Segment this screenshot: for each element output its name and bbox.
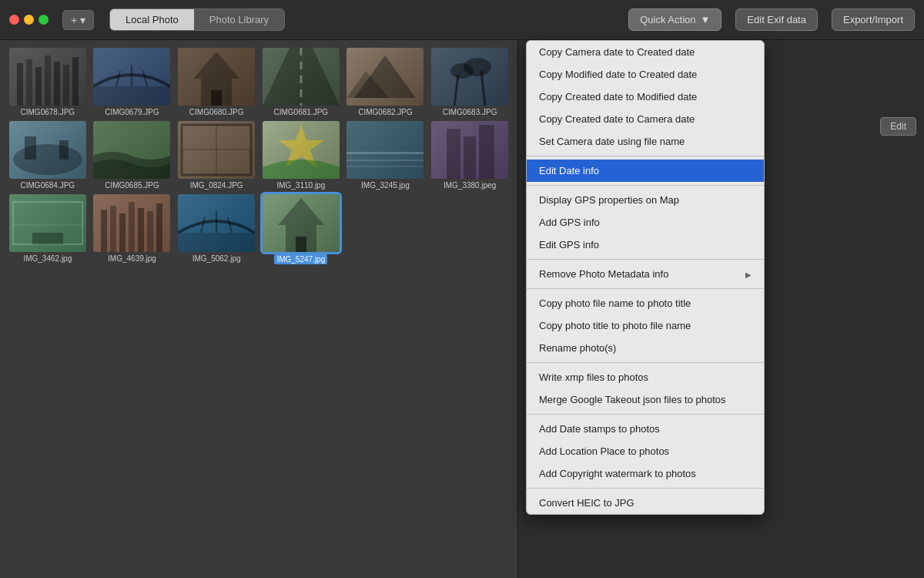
menu-item-set-camera-date[interactable]: Set Camera date using file name — [527, 130, 764, 153]
menu-item-copy-modified-date[interactable]: Copy Modified date to Created date — [527, 63, 764, 86]
menu-item-label-merge-google: Merge Google Takeout json files to photo… — [539, 394, 726, 405]
tab-local-photo[interactable]: Local Photo — [110, 9, 194, 30]
photo-item-1[interactable]: CIMG0678.JPG — [8, 48, 88, 116]
menu-item-edit-date-info[interactable]: Edit Date info — [527, 160, 764, 182]
menu-item-label-copy-filename-to-title: Copy photo file name to photo title — [539, 297, 691, 309]
photo-item-5[interactable]: CIMG0682.JPG — [346, 48, 426, 116]
photo-item-8[interactable]: CIMG0685.JPG — [92, 121, 172, 190]
photo-thumb-10 — [263, 121, 340, 179]
menu-item-copy-filename-to-title[interactable]: Copy photo file name to photo title — [527, 292, 764, 314]
menu-item-copy-created-to-modified[interactable]: Copy Created date to Modified date — [527, 86, 764, 108]
photo-thumb-1 — [9, 48, 86, 106]
svg-rect-24 — [59, 140, 69, 160]
svg-rect-2 — [35, 67, 42, 106]
photo-thumb-4 — [263, 48, 340, 106]
photo-label-10: IMG_3110.jpg — [276, 181, 325, 190]
menu-item-merge-google[interactable]: Merge Google Takeout json files to photo… — [527, 388, 764, 411]
svg-rect-42 — [138, 208, 144, 252]
photo-item-12[interactable]: IMG_3380.jpeg — [430, 121, 510, 190]
menu-item-display-gps[interactable]: Display GPS properties on Map — [527, 189, 764, 211]
edit-button[interactable]: Edit — [880, 117, 916, 136]
photo-grid: CIMG0678.JPGCIMG0679.JPGCIMG0680.JPGCIMG… — [8, 48, 510, 264]
menu-item-label-copy-created-to-camera: Copy Created date to Camera date — [539, 113, 695, 125]
svg-marker-11 — [193, 52, 239, 79]
dropdown-arrow-icon: ▼ — [700, 14, 710, 25]
menu-divider — [527, 288, 764, 289]
photo-thumb-13 — [9, 194, 86, 252]
submenu-arrow-icon — [745, 268, 752, 280]
photo-item-9[interactable]: IMG_0824.JPG — [176, 121, 256, 190]
photo-item-10[interactable]: IMG_3110.jpg — [261, 121, 341, 190]
photo-thumb-7 — [9, 121, 86, 179]
menu-item-label-remove-metadata: Remove Photo Metadata info — [539, 268, 668, 280]
export-import-button[interactable]: Export/Import — [832, 8, 915, 31]
menu-item-label-rename-photos: Rename photo(s) — [539, 342, 616, 354]
svg-line-8 — [116, 71, 120, 86]
menu-item-add-location[interactable]: Add Location Place to photos — [527, 440, 764, 462]
menu-item-label-set-camera-date: Set Camera date using file name — [539, 136, 685, 147]
tab-photo-library[interactable]: Photo Library — [194, 9, 284, 30]
menu-item-copy-title-to-filename[interactable]: Copy photo title to photo file name — [527, 314, 764, 337]
svg-point-21 — [450, 63, 474, 79]
svg-rect-6 — [72, 57, 79, 106]
photo-label-8: CIMG0685.JPG — [105, 181, 159, 190]
menu-item-rename-photos[interactable]: Rename photo(s) — [527, 337, 764, 359]
titlebar: + ▾ Local Photo Photo Library Quick Acti… — [0, 0, 924, 40]
traffic-lights — [9, 15, 49, 25]
photo-item-11[interactable]: IMG_3245.jpg — [346, 121, 426, 190]
svg-rect-40 — [119, 213, 126, 252]
svg-rect-45 — [178, 233, 255, 252]
quick-action-button[interactable]: Quick Action ▼ — [628, 8, 721, 31]
maximize-button[interactable] — [38, 15, 49, 25]
photo-item-6[interactable]: CIMG0683.JPG — [430, 48, 510, 116]
menu-item-add-gps-info[interactable]: Add GPS info — [527, 211, 764, 234]
photo-item-13[interactable]: IMG_3462.jpg — [8, 194, 88, 264]
photo-label-6: CIMG0683.JPG — [443, 108, 497, 116]
photo-item-14[interactable]: IMG_4639.jpg — [92, 194, 172, 264]
photo-thumb-14 — [93, 194, 170, 252]
photo-thumb-6 — [431, 48, 508, 106]
close-button[interactable] — [9, 15, 19, 25]
svg-rect-7 — [93, 86, 170, 106]
svg-rect-4 — [54, 62, 60, 106]
menu-item-edit-gps-info[interactable]: Edit GPS info — [527, 234, 764, 256]
menu-item-add-copyright[interactable]: Add Copyright watermark to photos — [527, 462, 764, 485]
svg-rect-34 — [479, 125, 494, 179]
svg-point-22 — [13, 144, 82, 175]
menu-item-label-add-location: Add Location Place to photos — [539, 445, 669, 457]
photo-item-4[interactable]: CIMG0681.JPG — [261, 48, 341, 116]
menu-item-add-date-stamps[interactable]: Add Date stamps to photos — [527, 418, 764, 440]
photo-item-7[interactable]: CIMG0684.JPG — [8, 121, 88, 190]
photo-label-9: IMG_0824.JPG — [190, 181, 243, 190]
menu-item-copy-created-to-camera[interactable]: Copy Created date to Camera date — [527, 108, 764, 130]
menu-divider — [527, 362, 764, 363]
menu-item-label-copy-camera-date: Copy Camera date to Created date — [539, 46, 695, 58]
svg-rect-33 — [464, 136, 476, 179]
photo-label-5: CIMG0682.JPG — [358, 108, 413, 116]
svg-line-46 — [201, 217, 205, 233]
main-content: CIMG0678.JPGCIMG0679.JPGCIMG0680.JPGCIMG… — [0, 40, 924, 578]
menu-divider — [527, 185, 764, 186]
menu-divider — [527, 488, 764, 489]
menu-item-label-add-copyright: Add Copyright watermark to photos — [539, 468, 696, 479]
svg-rect-30 — [346, 160, 424, 161]
menu-item-convert-heic[interactable]: Convert HEIC to JPG — [527, 492, 764, 514]
menu-item-copy-camera-date[interactable]: Copy Camera date to Created date — [527, 41, 764, 63]
menu-item-write-xmp[interactable]: Write xmp files to photos — [527, 366, 764, 388]
svg-rect-44 — [156, 203, 162, 252]
svg-rect-5 — [63, 65, 69, 106]
photo-item-3[interactable]: CIMG0680.JPG — [176, 48, 256, 116]
photo-item-15[interactable]: IMG_5062.jpg — [176, 194, 256, 264]
tab-group: Local Photo Photo Library — [109, 8, 285, 31]
minimize-button[interactable] — [24, 15, 34, 25]
menu-item-label-copy-created-to-modified: Copy Created date to Modified date — [539, 91, 697, 102]
quick-action-dropdown: Copy Camera date to Created dateCopy Mod… — [526, 40, 765, 515]
photo-item-2[interactable]: CIMG0679.JPG — [92, 48, 172, 116]
menu-item-remove-metadata[interactable]: Remove Photo Metadata info — [527, 263, 764, 285]
add-button[interactable]: + ▾ — [62, 10, 94, 30]
edit-exif-button[interactable]: Edit Exif data — [735, 8, 818, 31]
photo-item-16[interactable]: IMG_5247.jpg — [261, 194, 341, 264]
photo-label-3: CIMG0680.JPG — [189, 108, 244, 116]
photo-label-4: CIMG0681.JPG — [274, 108, 329, 116]
svg-rect-32 — [447, 129, 460, 179]
